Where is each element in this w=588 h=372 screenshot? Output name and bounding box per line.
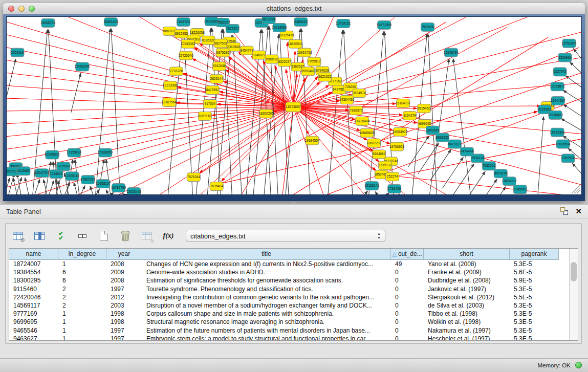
graph-node[interactable]: 8322037 (278, 58, 291, 67)
table-row[interactable]: 1456911722003Disruption of a novel membe… (9, 301, 569, 310)
table-row[interactable]: 946362711997Embryonic stem cells: a mode… (9, 335, 569, 340)
graph-node[interactable]: 22420046 (179, 51, 193, 60)
column-header-name[interactable]: name (9, 249, 58, 260)
graph-node[interactable]: 24364436 (339, 96, 354, 104)
column-header-pagerank[interactable]: pagerank (510, 249, 559, 260)
graph-node[interactable]: 9329966 (558, 53, 572, 62)
graph-node[interactable]: 19136141 (364, 182, 379, 190)
graph-node[interactable]: 7515526 (421, 23, 434, 31)
graph-node[interactable]: 19384554 (305, 136, 320, 145)
graph-node[interactable]: 18724007 (286, 102, 301, 112)
graph-node[interactable]: 17359924 (67, 148, 81, 157)
graph-node[interactable]: 8427552 (206, 86, 219, 95)
column-settings-button[interactable]: ⚙ (11, 229, 25, 243)
graph-node[interactable]: 18325419 (279, 31, 294, 39)
graph-node[interactable]: 1164279 (403, 111, 417, 120)
select-columns-button[interactable] (32, 229, 47, 243)
graph-node[interactable]: 16671585 (377, 20, 391, 29)
import-table-button[interactable]: ⊗ (140, 229, 154, 243)
graph-node[interactable]: 8912955 (175, 29, 188, 38)
table-row[interactable]: 969969511998Structural magnetic resonanc… (9, 318, 569, 326)
graph-node[interactable]: 12444154 (551, 97, 565, 105)
column-header-short[interactable]: short (424, 249, 510, 260)
graph-node[interactable]: 9242848 (212, 62, 226, 71)
graph-node[interactable]: 16648784 (444, 48, 459, 57)
delete-column-button[interactable] (118, 229, 133, 243)
graph-node[interactable]: 1994724 (177, 17, 190, 26)
float-panel-icon[interactable] (560, 207, 568, 215)
graph-node[interactable]: 7635404 (210, 182, 223, 191)
graph-node[interactable]: 16104737 (396, 99, 410, 108)
graph-node[interactable]: 1615132 (379, 161, 392, 170)
column-header-in-degree[interactable]: in_degree (58, 249, 106, 260)
table-row[interactable]: 946554611997Estimation of the future num… (9, 326, 569, 335)
graph-node[interactable]: 12923448 (126, 188, 141, 194)
graph-node[interactable]: 18107554 (162, 98, 177, 107)
graph-node[interactable]: 8813054 (262, 17, 275, 24)
graph-node[interactable]: 9684067 (373, 150, 386, 159)
graph-node[interactable]: 10719151 (336, 19, 351, 28)
graph-node[interactable]: 19756928 (389, 142, 404, 151)
graph-node[interactable]: 20691406 (103, 17, 118, 26)
graph-node[interactable]: 6679197 (448, 140, 461, 148)
graph-node[interactable]: 19218596 (272, 23, 287, 32)
graph-node[interactable]: 1115682 (17, 167, 30, 176)
graph-node[interactable]: 1214519 (50, 170, 63, 179)
table-row[interactable]: 911546021997Tourette syndrome. Phenomeno… (9, 285, 569, 293)
table-row[interactable]: 977716911998Corpus callosum shape and si… (9, 310, 569, 318)
select-all-button[interactable]: ✔✔ (54, 229, 68, 243)
graph-node[interactable]: 10975887 (56, 162, 71, 171)
table-row[interactable]: 1872400712008Changes of HCN gene express… (9, 260, 569, 268)
graph-node[interactable]: 9827508 (214, 39, 227, 48)
graph-node[interactable]: 7857224 (226, 24, 239, 33)
graph-node[interactable]: 2935114 (471, 154, 484, 163)
network-view[interactable]: 1872400718300295193845549777169649756874… (6, 16, 582, 195)
column-header-title[interactable]: title (142, 249, 391, 260)
graph-node[interactable]: 19654923 (393, 127, 407, 136)
graph-node[interactable]: 12505115 (65, 172, 80, 181)
graph-node[interactable]: 7386372 (350, 106, 363, 115)
graph-node[interactable]: 8660128 (163, 27, 176, 35)
graph-node[interactable]: 917004 (203, 100, 216, 108)
graph-node[interactable]: 12042757 (34, 169, 49, 178)
graph-node[interactable]: 9146821 (252, 51, 266, 59)
table-scrollbar[interactable] (569, 249, 578, 340)
graph-node[interactable]: 20206506 (45, 150, 59, 159)
graph-node[interactable]: 25160650 (98, 148, 113, 157)
graph-node[interactable]: 3624574 (353, 89, 366, 98)
graph-node[interactable]: 9227342 (553, 68, 567, 76)
function-builder-button[interactable]: f(x) (161, 229, 176, 243)
graph-node[interactable]: 16033809 (204, 17, 219, 26)
column-header-year[interactable]: year (106, 249, 142, 260)
graph-node[interactable]: 8471676 (494, 169, 507, 178)
graph-node[interactable]: 2803144 (210, 75, 223, 83)
graph-node[interactable]: 1167534 (561, 154, 575, 163)
graph-node[interactable]: 1733426 (388, 185, 401, 193)
table-row[interactable]: 2242004622012Investigating the contribut… (9, 293, 569, 301)
table-row[interactable]: 1830029562008Estimation of significance … (9, 276, 569, 285)
graph-node[interactable]: 8186328 (202, 36, 215, 45)
graph-node[interactable]: 252274 (386, 172, 399, 181)
scrollbar-thumb[interactable] (571, 262, 577, 281)
close-panel-icon[interactable]: ✕ (575, 207, 582, 215)
graph-node[interactable]: 7955812 (308, 57, 321, 66)
graph-node[interactable]: 10654112 (502, 177, 517, 186)
deselect-rows-button[interactable] (75, 229, 90, 243)
graph-node[interactable]: 9245652 (513, 185, 527, 194)
graph-node[interactable]: 7632621 (482, 162, 495, 170)
graph-node[interactable]: 12213383 (163, 81, 178, 90)
graph-node[interactable]: 12093872 (550, 82, 565, 91)
network-select-dropdown[interactable]: citations_edges.txt ▲▼ (186, 230, 385, 242)
graph-node[interactable]: 8938923 (436, 133, 449, 142)
graph-node[interactable]: 8454749 (240, 46, 253, 55)
column-header-out-degree[interactable]: △out_de... (391, 249, 424, 260)
graph-node[interactable]: 24055724 (40, 18, 55, 27)
graph-node[interactable]: 18807293 (366, 139, 381, 147)
graph-node[interactable]: 25053346 (75, 62, 90, 71)
graph-node[interactable]: 17016504 (556, 140, 571, 148)
graph-node[interactable]: 9621022 (318, 73, 332, 81)
graph-node[interactable]: 6466162 (294, 17, 308, 26)
graph-node[interactable]: 17957254 (80, 176, 95, 184)
table-row[interactable]: 1938455462009Genome-wide association stu… (9, 268, 569, 276)
graph-node[interactable]: 15692391 (550, 128, 565, 137)
